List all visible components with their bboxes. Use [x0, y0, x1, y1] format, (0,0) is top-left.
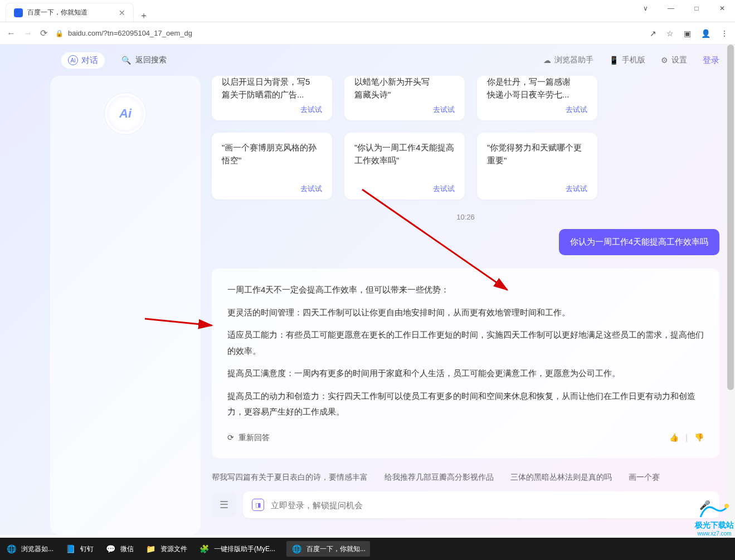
- browser-scrollbar[interactable]: [726, 45, 735, 538]
- left-panel: Ai: [50, 76, 201, 535]
- prompt-card[interactable]: "你觉得努力和天赋哪个更重要" 去试试: [477, 133, 597, 199]
- phone-icon: 📱: [609, 56, 619, 65]
- svg-point-2: [724, 504, 729, 508]
- try-button[interactable]: 去试试: [300, 183, 322, 194]
- suggestion-chip[interactable]: 给我推荐几部豆瓣高分影视作品: [384, 473, 494, 483]
- nav-forward-button[interactable]: →: [23, 28, 32, 38]
- browser-toolbar: ← → ⟳ 🔒 baidu.com/?tn=62095104_17_oem_dg…: [0, 22, 735, 45]
- try-button[interactable]: 去试试: [566, 183, 587, 194]
- taskbar-item[interactable]: 💬微信: [105, 543, 134, 554]
- suggestion-chip[interactable]: 帮我写四篇有关于夏日表白的诗，要情感丰富: [212, 473, 368, 483]
- app-icon: 🌐: [291, 543, 302, 554]
- site-watermark: 极光下载站 www.xz7.com: [695, 500, 734, 537]
- answer-paragraph: 一周工作4天不一定会提高工作效率，但可以带来一些优势：: [227, 282, 704, 298]
- windows-taskbar[interactable]: 🌐浏览器如... 📘钉钉 💬微信 📁资源文件 🧩一键排版助手(MyE... 🌐百…: [0, 538, 735, 560]
- chat-column: 以启开逗日为背景，写5 篇关于防晒霜的广告... 去试试 以蜡笔小新为开头写 篇…: [212, 76, 719, 535]
- answer-paragraph: 提高员工满意度：一周内有更多的时间用于家庭和个人生活，员工可能会更满意工作，更愿…: [227, 366, 704, 382]
- scrollbar-thumb[interactable]: [727, 45, 734, 390]
- browser-tab[interactable]: 🐾 百度一下，你就知道 ✕: [6, 3, 134, 22]
- window-minimize[interactable]: —: [658, 0, 684, 17]
- page-body: Ai 对话 🔍 返回搜索 ☁ 浏览器助手 📱 手机版 ⚙ 设置 登录 Ai: [0, 45, 735, 535]
- taskbar-item[interactable]: 📘钉钉: [65, 543, 94, 554]
- tab-close-button[interactable]: ✕: [119, 8, 125, 17]
- nav-back-button[interactable]: ←: [7, 28, 16, 38]
- refresh-icon[interactable]: ⟳: [227, 430, 234, 445]
- settings-link[interactable]: ⚙ 设置: [661, 55, 687, 65]
- address-url: baidu.com/?tn=62095104_17_oem_dg: [68, 29, 192, 37]
- taskbar-item[interactable]: 📁资源文件: [145, 543, 187, 554]
- try-button[interactable]: 去试试: [566, 104, 587, 115]
- cards-row-mid: "画一个赛博朋克风格的孙悟空" 去试试 "你认为一周工作4天能提高工作效率吗" …: [212, 133, 719, 199]
- prompt-card[interactable]: "画一个赛博朋克风格的孙悟空" 去试试: [212, 133, 332, 199]
- prompt-card[interactable]: 以蜡笔小新为开头写 篇藏头诗" 去试试: [344, 76, 465, 120]
- prompt-card[interactable]: 以启开逗日为背景，写5 篇关于防晒霜的广告... 去试试: [212, 76, 332, 120]
- search-icon: 🔍: [121, 56, 131, 65]
- gear-icon: ⚙: [661, 56, 668, 65]
- bookmark-icon[interactable]: ☆: [666, 29, 674, 38]
- suggestion-chip[interactable]: 画一个赛: [629, 473, 660, 483]
- window-controls: ∨ — □ ✕: [632, 0, 735, 17]
- mobile-link[interactable]: 📱 手机版: [609, 55, 645, 65]
- page-topbar: Ai 对话 🔍 返回搜索 ☁ 浏览器助手 📱 手机版 ⚙ 设置 登录: [0, 45, 735, 76]
- suggestion-chip[interactable]: 三体的黑暗丛林法则是真的吗: [510, 473, 612, 483]
- tab-favicon: 🐾: [14, 8, 23, 17]
- cloud-icon: ☁: [543, 56, 551, 65]
- profile-icon[interactable]: 👤: [701, 29, 710, 38]
- input-menu-button[interactable]: ☰: [212, 493, 236, 517]
- browser-helper-link[interactable]: ☁ 浏览器助手: [543, 55, 593, 65]
- user-message-bubble: 你认为一周工作4天能提高工作效率吗: [559, 229, 719, 255]
- try-button[interactable]: 去试试: [433, 104, 455, 115]
- back-search-label: 返回搜索: [135, 55, 167, 65]
- prompt-card[interactable]: "你认为一周工作4天能提高工作效率吗" 去试试: [344, 133, 465, 199]
- ai-chat-pill[interactable]: Ai 对话: [61, 52, 105, 69]
- app-icon: 🧩: [198, 543, 210, 554]
- login-button[interactable]: 登录: [703, 55, 719, 66]
- taskbar-item[interactable]: 🌐浏览器如...: [6, 543, 53, 554]
- assistant-answer: 一周工作4天不一定会提高工作效率，但可以带来一些优势： 更灵活的时间管理：四天工…: [212, 269, 719, 458]
- app-icon: 💬: [105, 543, 116, 554]
- answer-paragraph: 更灵活的时间管理：四天工作制可以让你更自由地安排时间，从而更有效地管理时间和工作…: [227, 305, 704, 321]
- ai-pill-label: 对话: [81, 55, 98, 66]
- lock-icon: 🔒: [55, 30, 64, 37]
- app-icon: 📘: [65, 543, 76, 554]
- new-tab-button[interactable]: ＋: [139, 10, 148, 22]
- cube-icon: ◨: [252, 499, 264, 511]
- window-prev-icon[interactable]: ∨: [632, 0, 658, 17]
- share-icon[interactable]: ↗: [650, 29, 656, 38]
- panel-icon[interactable]: ▣: [684, 29, 691, 38]
- suggestion-row: 帮我写四篇有关于夏日表白的诗，要情感丰富 给我推荐几部豆瓣高分影视作品 三体的黑…: [212, 473, 719, 483]
- chat-input-box[interactable]: ◨ 🎤: [243, 491, 719, 518]
- app-icon: 🌐: [6, 543, 17, 554]
- regenerate-button[interactable]: 重新回答: [238, 430, 270, 445]
- answer-paragraph: 提高员工的动力和创造力：实行四天工作制可以使员工有更多的时间和空间来休息和恢复，…: [227, 388, 704, 420]
- thumbs-up-icon[interactable]: 👍: [669, 430, 679, 445]
- timestamp: 10:26: [212, 213, 719, 221]
- ai-logo: Ai: [104, 92, 147, 135]
- try-button[interactable]: 去试试: [300, 104, 322, 115]
- answer-paragraph: 适应员工能力：有些员工可能更愿意在更长的工作日工作更短的时间，实施四天工作制可以…: [227, 327, 704, 359]
- prompt-card[interactable]: 你是牡丹，写一篇感谢 快递小哥日夜辛劳七... 去试试: [477, 76, 597, 120]
- taskbar-item[interactable]: 🌐百度一下，你就知...: [286, 541, 370, 557]
- app-icon: 📁: [145, 543, 156, 554]
- thumbs-down-icon[interactable]: 👎: [694, 430, 704, 445]
- back-to-search[interactable]: 🔍 返回搜索: [121, 55, 167, 65]
- try-button[interactable]: 去试试: [433, 183, 455, 194]
- browser-menu-icon[interactable]: ⋮: [721, 29, 728, 38]
- cards-row-top: 以启开逗日为背景，写5 篇关于防晒霜的广告... 去试试 以蜡笔小新为开头写 篇…: [212, 76, 719, 120]
- chat-input[interactable]: [271, 500, 693, 510]
- address-bar[interactable]: 🔒 baidu.com/?tn=62095104_17_oem_dg: [55, 29, 192, 37]
- window-maximize[interactable]: □: [684, 0, 709, 17]
- ai-pill-icon: Ai: [68, 55, 78, 65]
- taskbar-item[interactable]: 🧩一键排版助手(MyE...: [198, 543, 275, 554]
- tab-title: 百度一下，你就知道: [27, 8, 87, 17]
- window-close[interactable]: ✕: [709, 0, 735, 17]
- window-titlebar: 🐾 百度一下，你就知道 ✕ ＋ ∨ — □ ✕: [0, 0, 735, 22]
- nav-reload-button[interactable]: ⟳: [40, 28, 47, 38]
- input-row: ☰ ◨ 🎤: [212, 491, 719, 518]
